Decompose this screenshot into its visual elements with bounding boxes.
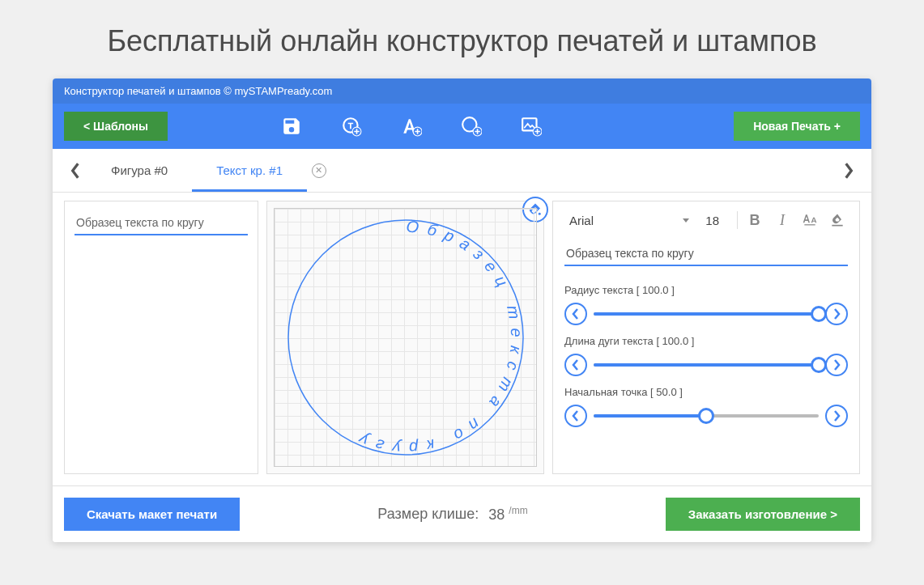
radius-slider[interactable]: [594, 312, 819, 316]
bottom-bar: Скачать макет печати Размер клише: 38 /m…: [53, 485, 871, 542]
canvas-circle-text: Образец текста по кругу: [348, 217, 525, 457]
start-slider[interactable]: [594, 414, 819, 418]
font-value: Arial: [569, 214, 594, 227]
start-label: Начальная точка [ 50.0 ]: [564, 386, 848, 398]
font-case-button[interactable]: [799, 210, 820, 231]
app-window: Конструктор печатей и штампов © mySTAMPr…: [53, 78, 871, 542]
svg-point-6: [539, 213, 541, 215]
add-image-icon[interactable]: [521, 116, 542, 137]
tabs-next-button[interactable]: [837, 159, 860, 182]
properties-panel: Arial 18 B I Радиус текста [ 100.0 ]: [552, 201, 860, 474]
tabs-prev-button[interactable]: [64, 159, 87, 182]
sample-text-input-left[interactable]: [75, 211, 248, 235]
sample-text-input-right[interactable]: [564, 242, 848, 266]
svg-text:Образец текста по кругу: Образец текста по кругу: [348, 217, 525, 457]
canvas-panel: Образец текста по кругу: [266, 201, 544, 474]
templates-button[interactable]: < Шаблоны: [64, 112, 168, 141]
add-shape-icon[interactable]: [461, 116, 482, 137]
start-decrease[interactable]: [564, 405, 587, 427]
close-tab-icon[interactable]: ✕: [312, 163, 326, 178]
tabs-row: Фигура #0 Текст кр. #1 ✕: [53, 149, 871, 193]
new-stamp-button[interactable]: Новая Печать +: [734, 112, 860, 141]
cliche-size-value: 38: [488, 507, 505, 523]
left-panel: [64, 201, 258, 474]
add-circle-text-icon[interactable]: [341, 116, 362, 137]
arc-increase[interactable]: [825, 354, 848, 376]
arc-slider[interactable]: [594, 363, 819, 367]
font-select[interactable]: Arial: [564, 210, 694, 231]
download-button[interactable]: Скачать макет печати: [64, 498, 240, 531]
chevron-down-icon: [683, 218, 689, 223]
order-button[interactable]: Заказать изготовление >: [666, 498, 860, 531]
tab-shape[interactable]: Фигура #0: [87, 154, 192, 187]
tab-text-circle[interactable]: Текст кр. #1: [192, 154, 307, 187]
radius-decrease[interactable]: [564, 303, 587, 325]
font-size-select[interactable]: 18: [700, 210, 730, 231]
arc-decrease[interactable]: [564, 354, 587, 376]
italic-button[interactable]: I: [772, 210, 793, 231]
font-size-value: 18: [705, 214, 719, 227]
cliche-size-unit: /mm: [509, 505, 527, 516]
title-bar: Конструктор печатей и штампов © mySTAMPr…: [53, 78, 871, 104]
add-text-icon[interactable]: [401, 116, 422, 137]
page-title: Бесплатный онлайн конструктор печатей и …: [0, 0, 924, 78]
start-increase[interactable]: [825, 405, 848, 427]
cliche-size-label: Размер клише:: [377, 506, 479, 523]
arc-label: Длина дуги текста [ 100.0 ]: [564, 335, 848, 347]
bold-button[interactable]: B: [744, 210, 765, 231]
radius-increase[interactable]: [825, 303, 848, 325]
save-icon[interactable]: [281, 116, 302, 137]
toolbar: < Шаблоны Новая Печать +: [53, 104, 871, 149]
radius-label: Радиус текста [ 100.0 ]: [564, 284, 848, 296]
canvas[interactable]: Образец текста по кругу: [274, 208, 537, 467]
text-color-button[interactable]: [827, 210, 848, 231]
